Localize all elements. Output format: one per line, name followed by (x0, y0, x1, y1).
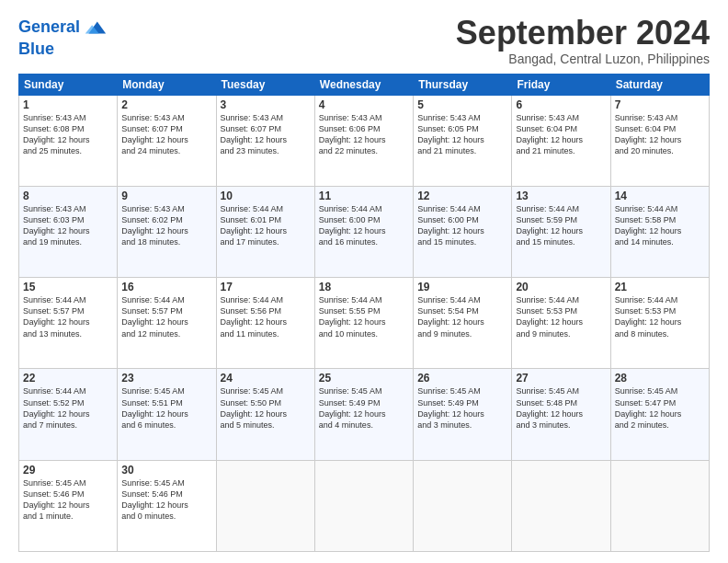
col-saturday: Saturday (610, 74, 709, 95)
day-info: Sunrise: 5:43 AM Sunset: 6:04 PM Dayligh… (615, 112, 705, 157)
day-info: Sunrise: 5:44 AM Sunset: 6:00 PM Dayligh… (417, 203, 507, 248)
day-number: 3 (221, 98, 311, 111)
day-number: 24 (221, 372, 311, 385)
calendar-header-row: Sunday Monday Tuesday Wednesday Thursday… (19, 74, 710, 95)
table-cell: 30Sunrise: 5:45 AM Sunset: 5:46 PM Dayli… (118, 460, 216, 551)
day-info: Sunrise: 5:44 AM Sunset: 5:55 PM Dayligh… (319, 294, 409, 339)
title-block: September 2024 Bangad, Central Luzon, Ph… (456, 15, 710, 66)
table-cell: 20Sunrise: 5:44 AM Sunset: 5:53 PM Dayli… (512, 278, 610, 369)
table-cell: 23Sunrise: 5:45 AM Sunset: 5:51 PM Dayli… (118, 369, 216, 460)
table-cell (610, 460, 709, 551)
table-cell: 15Sunrise: 5:44 AM Sunset: 5:57 PM Dayli… (19, 278, 118, 369)
day-info: Sunrise: 5:44 AM Sunset: 5:56 PM Dayligh… (221, 294, 311, 339)
day-info: Sunrise: 5:45 AM Sunset: 5:50 PM Dayligh… (221, 385, 311, 431)
table-cell: 3Sunrise: 5:43 AM Sunset: 6:07 PM Daylig… (216, 95, 314, 186)
table-cell: 13Sunrise: 5:44 AM Sunset: 5:59 PM Dayli… (512, 186, 610, 277)
table-cell: 16Sunrise: 5:44 AM Sunset: 5:57 PM Dayli… (118, 278, 216, 369)
logo-text-line1: General (18, 18, 80, 37)
day-number: 21 (615, 281, 705, 293)
day-number: 4 (319, 98, 409, 111)
logo-icon (82, 15, 108, 40)
day-info: Sunrise: 5:45 AM Sunset: 5:49 PM Dayligh… (417, 385, 507, 431)
table-cell: 14Sunrise: 5:44 AM Sunset: 5:58 PM Dayli… (610, 186, 709, 277)
day-info: Sunrise: 5:43 AM Sunset: 6:03 PM Dayligh… (23, 203, 113, 248)
day-number: 26 (417, 372, 507, 385)
calendar-week-row: 15Sunrise: 5:44 AM Sunset: 5:57 PM Dayli… (19, 278, 710, 369)
logo: General Blue (18, 15, 108, 59)
table-cell: 19Sunrise: 5:44 AM Sunset: 5:54 PM Dayli… (414, 278, 512, 369)
table-cell: 6Sunrise: 5:43 AM Sunset: 6:04 PM Daylig… (512, 95, 610, 186)
day-info: Sunrise: 5:44 AM Sunset: 5:58 PM Dayligh… (615, 203, 705, 248)
table-cell: 27Sunrise: 5:45 AM Sunset: 5:48 PM Dayli… (512, 369, 610, 460)
table-cell (512, 460, 610, 551)
day-number: 17 (221, 281, 311, 293)
day-number: 2 (121, 98, 211, 111)
day-number: 27 (516, 372, 606, 385)
day-info: Sunrise: 5:44 AM Sunset: 6:01 PM Dayligh… (221, 203, 311, 248)
day-number: 22 (23, 372, 113, 385)
table-cell: 10Sunrise: 5:44 AM Sunset: 6:01 PM Dayli… (216, 186, 314, 277)
day-number: 1 (23, 98, 113, 111)
col-friday: Friday (512, 74, 610, 95)
day-number: 14 (615, 190, 705, 202)
table-cell: 18Sunrise: 5:44 AM Sunset: 5:55 PM Dayli… (314, 278, 413, 369)
col-thursday: Thursday (414, 74, 512, 95)
day-info: Sunrise: 5:44 AM Sunset: 6:00 PM Dayligh… (319, 203, 409, 248)
day-number: 11 (319, 190, 409, 202)
col-sunday: Sunday (19, 74, 118, 95)
day-number: 13 (516, 190, 606, 202)
day-info: Sunrise: 5:43 AM Sunset: 6:02 PM Dayligh… (121, 203, 211, 248)
day-number: 19 (417, 281, 507, 293)
day-info: Sunrise: 5:45 AM Sunset: 5:47 PM Dayligh… (615, 385, 705, 431)
day-number: 9 (121, 190, 211, 202)
day-info: Sunrise: 5:43 AM Sunset: 6:04 PM Dayligh… (516, 112, 606, 157)
table-cell: 4Sunrise: 5:43 AM Sunset: 6:06 PM Daylig… (314, 95, 413, 186)
day-number: 10 (221, 190, 311, 202)
table-cell: 7Sunrise: 5:43 AM Sunset: 6:04 PM Daylig… (610, 95, 709, 186)
subtitle: Bangad, Central Luzon, Philippines (456, 52, 710, 66)
page: General Blue September 2024 Bangad, Cent… (0, 0, 728, 563)
day-number: 5 (417, 98, 507, 111)
day-info: Sunrise: 5:44 AM Sunset: 5:53 PM Dayligh… (615, 294, 705, 339)
day-number: 25 (319, 372, 409, 385)
day-info: Sunrise: 5:44 AM Sunset: 5:59 PM Dayligh… (516, 203, 606, 248)
table-cell: 5Sunrise: 5:43 AM Sunset: 6:05 PM Daylig… (414, 95, 512, 186)
logo-text-line2: Blue (18, 40, 108, 59)
day-info: Sunrise: 5:45 AM Sunset: 5:46 PM Dayligh… (121, 477, 211, 523)
day-number: 8 (23, 190, 113, 202)
day-number: 23 (121, 372, 211, 385)
table-cell (314, 460, 413, 551)
day-info: Sunrise: 5:45 AM Sunset: 5:48 PM Dayligh… (516, 385, 606, 431)
table-cell (216, 460, 314, 551)
table-cell: 17Sunrise: 5:44 AM Sunset: 5:56 PM Dayli… (216, 278, 314, 369)
day-number: 28 (615, 372, 705, 385)
day-info: Sunrise: 5:45 AM Sunset: 5:51 PM Dayligh… (121, 385, 211, 431)
day-number: 12 (417, 190, 507, 202)
table-cell: 21Sunrise: 5:44 AM Sunset: 5:53 PM Dayli… (610, 278, 709, 369)
col-monday: Monday (118, 74, 216, 95)
table-cell: 29Sunrise: 5:45 AM Sunset: 5:46 PM Dayli… (19, 460, 118, 551)
day-number: 6 (516, 98, 606, 111)
day-info: Sunrise: 5:44 AM Sunset: 5:54 PM Dayligh… (417, 294, 507, 339)
day-info: Sunrise: 5:43 AM Sunset: 6:07 PM Dayligh… (221, 112, 311, 157)
day-info: Sunrise: 5:44 AM Sunset: 5:57 PM Dayligh… (23, 294, 113, 339)
day-info: Sunrise: 5:43 AM Sunset: 6:05 PM Dayligh… (417, 112, 507, 157)
day-info: Sunrise: 5:43 AM Sunset: 6:08 PM Dayligh… (23, 112, 113, 157)
day-number: 20 (516, 281, 606, 293)
table-cell: 28Sunrise: 5:45 AM Sunset: 5:47 PM Dayli… (610, 369, 709, 460)
day-number: 29 (23, 464, 113, 477)
col-wednesday: Wednesday (314, 74, 413, 95)
header: General Blue September 2024 Bangad, Cent… (18, 15, 710, 66)
table-cell: 24Sunrise: 5:45 AM Sunset: 5:50 PM Dayli… (216, 369, 314, 460)
day-number: 16 (121, 281, 211, 293)
table-cell: 1Sunrise: 5:43 AM Sunset: 6:08 PM Daylig… (19, 95, 118, 186)
day-number: 18 (319, 281, 409, 293)
day-number: 7 (615, 98, 705, 111)
table-cell: 8Sunrise: 5:43 AM Sunset: 6:03 PM Daylig… (19, 186, 118, 277)
calendar-week-row: 1Sunrise: 5:43 AM Sunset: 6:08 PM Daylig… (19, 95, 710, 186)
calendar-week-row: 22Sunrise: 5:44 AM Sunset: 5:52 PM Dayli… (19, 369, 710, 460)
month-title: September 2024 (456, 15, 710, 52)
day-info: Sunrise: 5:44 AM Sunset: 5:57 PM Dayligh… (121, 294, 211, 339)
table-cell: 2Sunrise: 5:43 AM Sunset: 6:07 PM Daylig… (118, 95, 216, 186)
day-info: Sunrise: 5:45 AM Sunset: 5:46 PM Dayligh… (23, 477, 113, 523)
